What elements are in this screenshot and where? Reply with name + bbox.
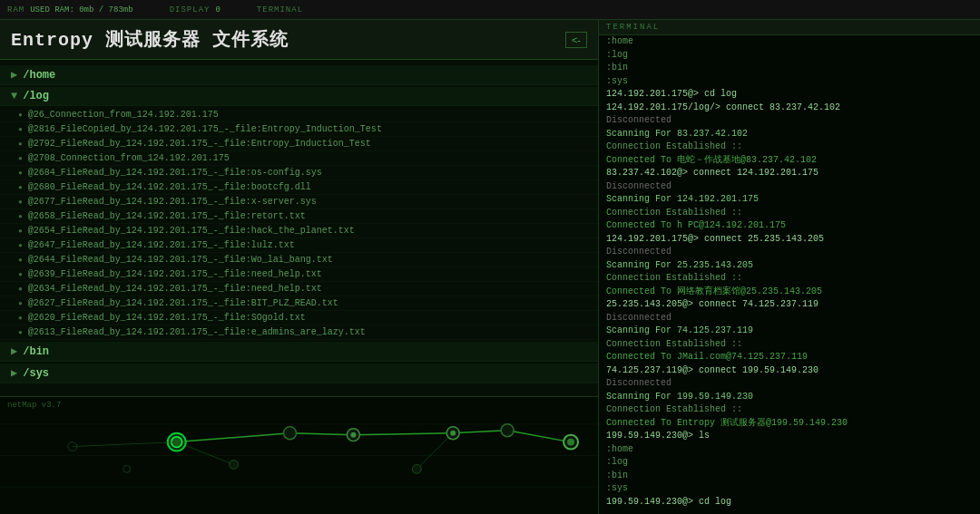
- terminal-line: :log: [606, 456, 973, 470]
- filesystem-header: Entropy 测试服务器 文件系统 <-: [0, 20, 598, 60]
- terminal-line: Connected To Entropy 测试服务器@199.59.149.23…: [606, 417, 973, 431]
- terminal-line: Scanning For 83.237.42.102: [606, 128, 973, 141]
- file-bullet: ●: [18, 270, 23, 278]
- network-map-area: netMap v3.7: [0, 396, 598, 514]
- file-item[interactable]: ●@2680_FileRead_by_124.192.201.175_-_fil…: [0, 180, 598, 195]
- folder-log[interactable]: ▼ /log: [0, 87, 598, 106]
- file-name: @2644_FileRead_by_124.192.201.175_-_file…: [28, 255, 333, 265]
- terminal-line: 124.192.201.175@> cd log: [606, 88, 973, 102]
- file-name: @2708_Connection_from_124.192.201.175: [28, 153, 230, 163]
- svg-point-19: [567, 439, 574, 446]
- svg-point-12: [284, 427, 297, 440]
- svg-point-17: [501, 424, 514, 437]
- file-bullet: ●: [18, 169, 23, 177]
- file-name: @2654_FileRead_by_124.192.201.175_-_file…: [28, 226, 355, 236]
- file-bullet: ●: [18, 154, 23, 162]
- folder-bin-label: /bin: [23, 345, 49, 358]
- terminal-line: Connection Established ::: [606, 403, 973, 417]
- terminal-line: 124.192.201.175/log/> connect 83.237.42.…: [606, 102, 973, 115]
- terminal-line: Connected To JMail.com@74.125.237.119: [606, 351, 973, 364]
- file-bullet: ●: [18, 299, 23, 307]
- file-item[interactable]: ●@2677_FileRead_by_124.192.201.175_-_fil…: [0, 195, 598, 209]
- folder-home-label: /home: [23, 69, 55, 82]
- file-name: @2658_FileRead_by_124.192.201.175_-_file…: [28, 211, 306, 221]
- file-item[interactable]: ●@2654_FileRead_by_124.192.201.175_-_fil…: [0, 224, 598, 238]
- file-name: @26_Connection_from_124.192.201.175: [28, 110, 219, 120]
- file-item[interactable]: ●@2658_FileRead_by_124.192.201.175_-_fil…: [0, 209, 598, 224]
- main-layout: Entropy 测试服务器 文件系统 <- ▶ /home ▼ /log ●@2…: [0, 20, 980, 514]
- terminal-line: :bin: [606, 62, 973, 75]
- terminal-panel: TERMINAL > connect 124.192.201.175Discon…: [599, 20, 980, 514]
- svg-line-3: [177, 433, 290, 442]
- file-bullet: ●: [18, 140, 23, 148]
- file-name: @2627_FileRead_by_124.192.201.175_-_file…: [28, 298, 338, 308]
- terminal-line: Disconnected: [606, 246, 973, 259]
- file-name: @2684_FileRead_by_124.192.201.175_-_file…: [28, 168, 322, 178]
- file-item[interactable]: ●@2634_FileRead_by_124.192.201.175_-_fil…: [0, 282, 598, 296]
- filesystem-title: Entropy 测试服务器 文件系统: [11, 27, 289, 52]
- file-name: @2620_FileRead_by_124.192.201.175_-_file…: [28, 313, 306, 323]
- terminal-line: :home: [606, 35, 973, 49]
- log-files-list: ●@26_Connection_from_124.192.201.175●@28…: [0, 108, 598, 340]
- terminal-line: Connection Established ::: [606, 207, 973, 220]
- map-label: netMap v3.7: [7, 401, 61, 410]
- folder-icon-sys: ▶: [11, 366, 17, 380]
- svg-line-24: [73, 442, 177, 447]
- svg-point-16: [450, 431, 456, 436]
- file-bullet: ●: [18, 111, 23, 119]
- terminal-line: Connection Established ::: [606, 338, 973, 352]
- file-item[interactable]: ●@2816_FileCopied_by_124.192.201.175_-_f…: [0, 122, 598, 137]
- svg-point-14: [350, 432, 356, 438]
- terminal-line: Connected To h PC@124.192.201.175: [606, 219, 973, 233]
- terminal-body[interactable]: > connect 124.192.201.175DisconnectedSca…: [599, 35, 980, 514]
- file-item[interactable]: ●@2647_FileRead_by_124.192.201.175_-_fil…: [0, 238, 598, 253]
- file-item[interactable]: ●@2613_FileRead_by_124.192.201.175_-_fil…: [0, 325, 598, 340]
- file-bullet: ●: [18, 241, 23, 249]
- svg-point-21: [412, 464, 421, 473]
- file-item[interactable]: ●@2684_FileRead_by_124.192.201.175_-_fil…: [0, 166, 598, 180]
- file-item[interactable]: ●@2708_Connection_from_124.192.201.175: [0, 151, 598, 166]
- terminal-line: :sys: [606, 482, 973, 496]
- display-value: 0: [215, 5, 220, 15]
- svg-point-23: [123, 465, 131, 472]
- file-item[interactable]: ●@2644_FileRead_by_124.192.201.175_-_fil…: [0, 253, 598, 267]
- file-item[interactable]: ●@2627_FileRead_by_124.192.201.175_-_fil…: [0, 296, 598, 311]
- file-bullet: ●: [18, 227, 23, 235]
- file-name: @2634_FileRead_by_124.192.201.175_-_file…: [28, 284, 322, 294]
- terminal-line: Connection Established ::: [606, 141, 973, 154]
- terminal-line: Disconnected: [606, 312, 973, 325]
- terminal-line: Scanning For 124.192.201.175: [606, 193, 973, 207]
- terminal-line: 124.192.201.175@> connect 25.235.143.205: [606, 233, 973, 247]
- network-map-svg: [0, 397, 598, 514]
- folder-sys[interactable]: ▶ /sys: [0, 364, 598, 383]
- folder-log-label: /log: [23, 90, 49, 102]
- svg-line-6: [453, 431, 507, 433]
- file-bullet: ●: [18, 183, 23, 191]
- terminal-line: Scanning For 74.125.237.119: [606, 325, 973, 338]
- file-item[interactable]: ●@2620_FileRead_by_124.192.201.175_-_fil…: [0, 311, 598, 325]
- file-name: @2647_FileRead_by_124.192.201.175_-_file…: [28, 240, 295, 250]
- file-bullet: ●: [18, 125, 23, 133]
- ram-value: USED RAM: 0mb / 783mb: [30, 5, 132, 15]
- terminal-line: :home: [606, 443, 973, 457]
- svg-line-4: [290, 433, 354, 435]
- display-section: DISPLAY 0: [170, 5, 220, 15]
- display-label: DISPLAY: [170, 5, 211, 15]
- filesystem-close-button[interactable]: <-: [565, 32, 587, 48]
- terminal-line: Disconnected: [606, 377, 973, 391]
- file-item[interactable]: ●@2792_FileRead_by_124.192.201.175_-_fil…: [0, 137, 598, 151]
- folder-bin[interactable]: ▶ /bin: [0, 342, 598, 362]
- folder-sys-label: /sys: [23, 367, 49, 380]
- terminal-line: :log: [606, 49, 973, 63]
- file-name: @2680_FileRead_by_124.192.201.175_-_file…: [28, 182, 311, 192]
- file-item[interactable]: ●@2639_FileRead_by_124.192.201.175_-_fil…: [0, 267, 598, 282]
- folder-icon: ▶: [11, 68, 17, 82]
- folder-home[interactable]: ▶ /home: [0, 65, 598, 85]
- terminal-header: TERMINAL: [599, 20, 980, 35]
- folder-icon-log: ▼: [11, 90, 17, 102]
- file-item[interactable]: ●@26_Connection_from_124.192.201.175: [0, 108, 598, 122]
- file-name: @2677_FileRead_by_124.192.201.175_-_file…: [28, 197, 317, 207]
- file-bullet: ●: [18, 328, 23, 336]
- file-name: @2816_FileCopied_by_124.192.201.175_-_fi…: [28, 124, 382, 134]
- left-panel: Entropy 测试服务器 文件系统 <- ▶ /home ▼ /log ●@2…: [0, 20, 599, 514]
